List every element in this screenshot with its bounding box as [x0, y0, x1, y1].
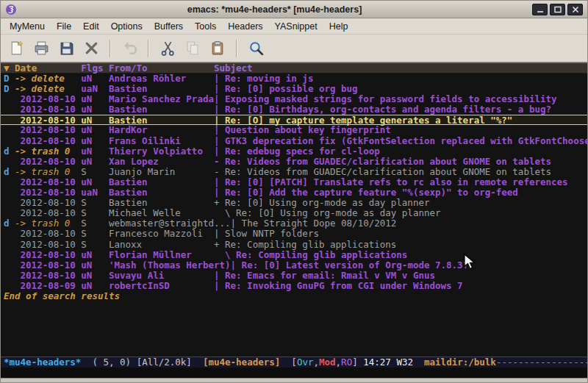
message-row[interactable]: 2012-08-10uN'Mash (Thomas Herbert)| Re: … — [1, 260, 587, 271]
mode-line[interactable]: *mu4e-headers* ( 5, 0) [All/2.0k] [mu4e-… — [1, 357, 587, 368]
column-header-subject: Subject — [214, 62, 253, 74]
message-row[interactable]: 2012-08-10SLanoxx+ Re: Compiling glib ap… — [1, 240, 587, 250]
row-subject: Re: Compiling glib applications — [225, 239, 396, 250]
row-thread-prefix: | — [214, 135, 225, 146]
message-row[interactable]: 2012-08-10uNSuvayu Ali| Re: Emacs for em… — [1, 271, 587, 281]
modeline-segment: Ovr — [297, 357, 314, 368]
row-subject: Re: [0] Birthdays, org-contacts and agen… — [225, 104, 551, 115]
maximize-button[interactable] — [550, 4, 565, 15]
row-date: 2012-08-10 — [15, 260, 81, 271]
modeline-segment: ----------------------------------------… — [496, 357, 587, 368]
menu-item-tools[interactable]: Tools — [189, 20, 222, 33]
row-flags: uN — [81, 94, 109, 104]
row-flags: uN — [81, 125, 109, 135]
message-row[interactable]: 2012-08-10uNFlorian Müllner \ Re: Compil… — [1, 250, 587, 260]
menu-item-mymenu[interactable]: MyMenu — [4, 20, 51, 33]
menu-item-buffers[interactable]: Buffers — [148, 20, 189, 33]
row-date: 2012-08-10 — [15, 271, 81, 281]
row-date: -> trash 0 — [15, 218, 81, 229]
new-file-button[interactable] — [5, 37, 27, 60]
row-subject: Re: [O] Using org-mode as day planner — [236, 207, 440, 218]
print-button[interactable] — [30, 37, 52, 60]
menu-item-help[interactable]: Help — [323, 20, 354, 33]
message-row[interactable]: d-> trash 0uNThierry Volpiatto| Re: edeb… — [1, 146, 587, 157]
message-row[interactable]: 2012-08-10uNBastien| Re: [0] Birthdays, … — [1, 104, 587, 115]
message-row[interactable]: 2012-08-10uNBastien| Re: [O] my capture … — [1, 115, 587, 125]
message-row[interactable]: D-> deleteuaNBastien| Re: [0] possible o… — [1, 84, 587, 94]
paste-button[interactable] — [207, 37, 229, 60]
row-thread-prefix: | — [214, 73, 225, 84]
row-from: Mario Sanchez Prada — [109, 94, 214, 104]
save-icon — [58, 40, 75, 57]
message-row[interactable]: 2012-08-10uNMario Sanchez Prada| Exposin… — [1, 94, 587, 104]
column-header-flags: Flgs — [81, 63, 109, 73]
menu-item-file[interactable]: File — [51, 20, 77, 33]
row-date: 2012-08-10 — [15, 187, 81, 198]
save-button[interactable] — [55, 37, 77, 60]
message-row[interactable]: 2012-08-09uNrobertcInSD| Re: Invoking Gn… — [1, 281, 587, 291]
close-button[interactable] — [567, 4, 583, 15]
row-subject: GTK3 deprecation fix (GtkFontSelection r… — [225, 135, 587, 146]
row-subject: Re: Videos from GUADEC/clarification abo… — [225, 166, 551, 177]
message-row[interactable]: d-> trash 0Swebmaster@straightd...| The … — [1, 218, 587, 229]
row-date: -> trash 0 — [15, 146, 81, 157]
row-mark: D — [4, 74, 15, 84]
print-icon — [33, 40, 50, 57]
row-subject: Re: Compiling glib applications — [236, 249, 407, 260]
message-row[interactable]: 2012-08-10uaNBastien| Re: [0] Add the ca… — [1, 187, 587, 198]
window-resize-strip[interactable] — [1, 378, 587, 382]
row-subject: Exposing masked strings for password fie… — [225, 93, 557, 104]
message-row[interactable]: 2012-08-10SMichael Welle \ Re: [O] Using… — [1, 208, 587, 218]
copy-icon — [184, 40, 201, 57]
row-date: -> trash 0 — [15, 167, 81, 177]
emacs-window: emacs: *mu4e-headers* [mu4e-headers] MyM… — [0, 0, 588, 383]
message-row[interactable]: d-> trash 0SJuanjo Marin- Re: Videos fro… — [1, 167, 587, 177]
row-from: Frans Oilinki — [109, 136, 214, 146]
row-from: HardKor — [109, 125, 214, 135]
row-flags: S — [81, 208, 109, 218]
row-from: 'Mash (Thomas Herbert) — [109, 260, 231, 271]
row-flags: uN — [81, 146, 109, 157]
row-mark: d — [4, 218, 15, 229]
message-row[interactable]: D-> deleteuNAndreas Röhler| Re: moving i… — [1, 74, 587, 84]
menu-item-options[interactable]: Options — [105, 20, 148, 33]
menu-item-yasnippet[interactable]: YASnippet — [269, 20, 323, 33]
message-row[interactable]: 2012-08-10SFrancesco Mazzoli| Slow NNTP … — [1, 229, 587, 239]
row-subject: Re: Invoking GnuPG from CGI under Window… — [225, 280, 463, 291]
menu-bar: MyMenuFileEditOptionsBuffersToolsHeaders… — [1, 18, 587, 35]
modeline-segment: , — [313, 357, 319, 368]
row-from: Bastien — [109, 84, 214, 94]
modeline-segment: ( 5, 0) — [81, 357, 136, 368]
titlebar[interactable]: emacs: *mu4e-headers* [mu4e-headers] — [1, 1, 587, 18]
message-row[interactable]: 2012-08-10uNFrans Oilinki| GTK3 deprecat… — [1, 136, 587, 146]
cut-button[interactable] — [157, 37, 179, 60]
row-date: 2012-08-10 — [15, 177, 81, 187]
row-subject: Re: edebug specs for cl-loop — [225, 146, 380, 157]
modeline-segment: [All/2.0k] — [137, 357, 203, 368]
row-date: 2012-08-10 — [15, 157, 81, 167]
row-from: Francesco Mazzoli — [109, 229, 214, 239]
row-date: 2012-08-09 — [15, 281, 81, 291]
search-button[interactable] — [245, 37, 267, 60]
row-from: Bastien — [109, 187, 214, 198]
minimize-icon — [536, 3, 545, 16]
row-from: Michael Welle — [109, 208, 214, 218]
close-buffer-button[interactable] — [80, 37, 102, 60]
row-date: 2012-08-10 — [15, 94, 81, 104]
echo-area[interactable] — [1, 368, 587, 378]
row-date: 2012-08-10 — [15, 125, 81, 135]
message-row[interactable]: 2012-08-10SBastien+ Re: [0] Using org-mo… — [1, 198, 587, 208]
modeline-segment: RO — [341, 357, 352, 368]
row-thread-prefix: | — [214, 187, 225, 198]
row-date: -> delete — [15, 74, 81, 84]
minimize-button[interactable] — [532, 4, 548, 15]
message-row[interactable]: 2012-08-10uNXan Lopez- Re: Videos from G… — [1, 157, 587, 167]
menu-item-edit[interactable]: Edit — [77, 20, 105, 33]
message-row[interactable]: 2012-08-10uNBastien| Re: [0] [PATCH] Tra… — [1, 177, 587, 187]
row-thread-prefix: | — [214, 104, 225, 115]
message-row[interactable]: 2012-08-10uNHardKor| Question about key … — [1, 125, 587, 135]
row-thread-prefix: | — [231, 259, 242, 271]
row-subject: Re: [0] [PATCH] Translate refs to rc als… — [225, 176, 568, 187]
undo-button — [118, 37, 140, 60]
menu-item-headers[interactable]: Headers — [222, 20, 268, 33]
